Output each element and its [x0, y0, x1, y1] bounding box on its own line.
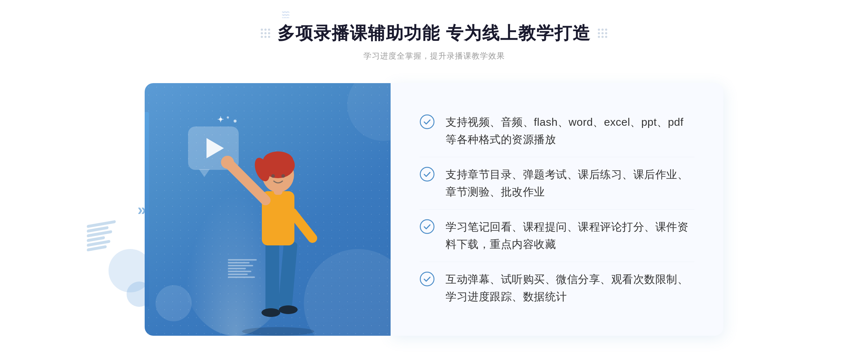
- sub-title: 学习进度全掌握，提升录播课教学效果: [261, 51, 607, 61]
- feature-text-2: 支持章节目录、弹题考试、课后练习、课后作业、章节测验、批改作业: [446, 166, 694, 201]
- features-panel: 支持视频、音频、flash、word、excel、ppt、pdf等各种格式的资源…: [391, 83, 723, 336]
- feature-item-3: 学习笔记回看、课程提问、课程评论打分、课件资料下载，重点内容收藏: [420, 210, 694, 262]
- svg-point-26: [420, 272, 434, 286]
- svg-rect-2: [278, 241, 298, 308]
- feature-item-4: 互动弹幕、试听购买、微信分享、观看次数限制、学习进度跟踪、数据统计: [420, 262, 694, 314]
- header-decorators: 多项录播课辅助功能 专为线上教学打造: [261, 22, 607, 45]
- svg-rect-1: [265, 242, 279, 314]
- header-section: 多项录播课辅助功能 专为线上教学打造 学习进度全掌握，提升录播课教学效果: [261, 22, 607, 61]
- svg-point-25: [420, 220, 434, 233]
- svg-point-4: [279, 305, 298, 314]
- dot-grid-left: [261, 29, 270, 38]
- check-icon-2: [420, 167, 435, 182]
- feature-text-3: 学习笔记回看、课程提问、课程评论打分、课件资料下载，重点内容收藏: [446, 218, 694, 253]
- feature-text-1: 支持视频、音频、flash、word、excel、ppt、pdf等各种格式的资源…: [446, 113, 694, 148]
- svg-point-3: [261, 308, 280, 317]
- svg-point-15: [281, 174, 285, 178]
- svg-point-7: [221, 156, 234, 169]
- dot-grid-right: [598, 29, 607, 38]
- feature-item-2: 支持章节目录、弹题考试、课后练习、课后作业、章节测验、批改作业: [420, 157, 694, 210]
- svg-point-23: [420, 115, 434, 129]
- bottom-circle-deco: [156, 285, 192, 321]
- stripe-1: [87, 220, 116, 228]
- stripe-decoration: [87, 220, 116, 252]
- check-icon-1: [420, 114, 435, 129]
- bg-circle-2: [347, 83, 391, 141]
- illustration-panel: [145, 83, 391, 336]
- check-icon-3: [420, 219, 435, 234]
- accent-bar: [145, 112, 149, 307]
- svg-line-8: [293, 213, 312, 238]
- svg-point-14: [271, 174, 275, 178]
- main-title: 多项录播课辅助功能 专为线上教学打造: [277, 22, 590, 45]
- person-svg: [206, 133, 343, 336]
- svg-point-0: [242, 327, 314, 336]
- content-area: »: [145, 83, 723, 336]
- page-wrapper: 多项录播课辅助功能 专为线上教学打造 学习进度全掌握，提升录播课教学效果: [0, 0, 868, 352]
- feature-item-1: 支持视频、音频、flash、word、excel、ppt、pdf等各种格式的资源…: [420, 105, 694, 157]
- svg-point-24: [420, 167, 434, 181]
- svg-point-18: [234, 120, 237, 123]
- sparkle-decoration: [217, 116, 239, 137]
- svg-point-17: [227, 116, 229, 119]
- check-icon-4: [420, 271, 435, 287]
- feature-text-4: 互动弹幕、试听购买、微信分享、观看次数限制、学习进度跟踪、数据统计: [446, 271, 694, 305]
